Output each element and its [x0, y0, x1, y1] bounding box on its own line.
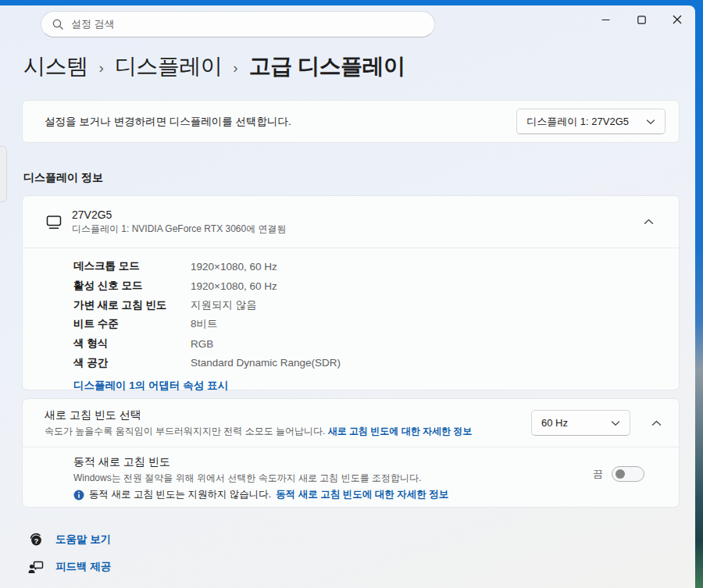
refresh-rate-card: 새로 고침 빈도 선택 속도가 높을수록 움직임이 부드러워지지만 전력 소모도…: [22, 398, 680, 508]
breadcrumb-system[interactable]: 시스템: [23, 52, 88, 81]
dynamic-refresh-note: 동적 새로 고침 빈도는 지원하지 않습니다. 동적 새로 고침 빈도에 대한 …: [73, 488, 593, 501]
refresh-rate-value: 60 Hz: [541, 417, 568, 429]
refresh-rate-learn-more-link[interactable]: 새로 고침 빈도에 대한 자세한 정보: [328, 426, 473, 437]
detail-row-bit-depth: 비트 수준 8비트: [73, 315, 679, 334]
detail-label: 색 형식: [73, 337, 191, 351]
display-info-header-text: 27V2G5 디스플레이 1: NVIDIA GeForce RTX 3060에…: [72, 208, 637, 236]
dynamic-refresh-row: 동적 새로 고침 빈도 Windows는 전원 절약을 위해 위에서 선택한 속…: [23, 447, 679, 501]
display-selector-dropdown[interactable]: 디스플레이 1: 27V2G5: [516, 109, 666, 134]
refresh-rate-select[interactable]: 60 Hz: [531, 410, 630, 436]
display-info-card: 27V2G5 디스플레이 1: NVIDIA GeForce RTX 3060에…: [22, 195, 680, 390]
feedback-item: 피드백 제공: [27, 558, 695, 576]
help-link[interactable]: 도움말 보기: [55, 533, 111, 547]
breadcrumb-display[interactable]: 디스플레이: [115, 52, 223, 81]
detail-label: 색 공간: [73, 356, 191, 370]
page-title: 고급 디스플레이: [249, 52, 405, 81]
titlebar: 설정 검색: [0, 5, 695, 43]
feedback-icon: [27, 558, 45, 576]
detail-label: 비트 수준: [73, 317, 191, 331]
detail-value: 지원되지 않음: [191, 298, 257, 312]
dynamic-refresh-title: 동적 새로 고침 빈도: [73, 455, 593, 469]
display-selector-card: 설정을 보거나 변경하려면 디스플레이를 선택합니다. 디스플레이 1: 27V…: [22, 100, 680, 143]
nav-pane-edge: [0, 146, 7, 202]
window-controls: [587, 5, 695, 34]
refresh-rate-row: 새로 고침 빈도 선택 속도가 높을수록 움직임이 부드러워지지만 전력 소모도…: [23, 399, 679, 447]
dynamic-refresh-note-text: 동적 새로 고침 빈도는 지원하지 않습니다.: [89, 488, 271, 501]
refresh-rate-description: 속도가 높을수록 움직임이 부드러워지지만 전력 소모도 늘어납니다. 새로 고…: [45, 425, 531, 438]
section-title-display-info: 디스플레이 정보: [23, 171, 695, 185]
refresh-rate-description-text: 속도가 높을수록 움직임이 부드러워지지만 전력 소모도 늘어납니다.: [45, 426, 325, 437]
display-info-header[interactable]: 27V2G5 디스플레이 1: NVIDIA GeForce RTX 3060에…: [23, 196, 679, 248]
breadcrumb-separator: ›: [99, 56, 104, 77]
detail-row-color-format: 색 형식 RGB: [73, 334, 679, 354]
chevron-up-icon[interactable]: [637, 219, 660, 225]
svg-text:?: ?: [34, 536, 39, 545]
search-placeholder: 설정 검색: [71, 17, 115, 31]
info-icon: [73, 490, 84, 501]
detail-value: Standard Dynamic Range(SDR): [191, 357, 341, 369]
chevron-up-icon[interactable]: [644, 420, 668, 426]
display-name: 27V2G5: [72, 208, 637, 221]
breadcrumb-separator: ›: [233, 56, 237, 77]
dynamic-refresh-toggle-group: 끔: [593, 466, 644, 482]
close-button[interactable]: [659, 5, 695, 34]
search-input[interactable]: 설정 검색: [41, 11, 435, 37]
detail-row-color-space: 색 공간 Standard Dynamic Range(SDR): [73, 353, 679, 372]
display-selector-label: 설정을 보거나 변경하려면 디스플레이를 선택합니다.: [45, 115, 516, 129]
detail-value: 1920×1080, 60 Hz: [191, 280, 277, 292]
search-icon: [52, 19, 63, 30]
chevron-down-icon: [646, 119, 655, 125]
refresh-rate-text: 새로 고침 빈도 선택 속도가 높을수록 움직임이 부드러워지지만 전력 소모도…: [45, 408, 531, 438]
toggle-knob: [616, 469, 625, 479]
dynamic-refresh-text: 동적 새로 고침 빈도 Windows는 전원 절약을 위해 위에서 선택한 속…: [73, 455, 593, 501]
detail-label: 데스크톱 모드: [73, 259, 191, 273]
display-detail-list: 데스크톱 모드 1920×1080, 60 Hz 활성 신호 모드 1920×1…: [23, 248, 679, 393]
detail-row-vrr: 가변 새로 고침 빈도 지원되지 않음: [73, 295, 679, 315]
detail-row-desktop-mode: 데스크톱 모드 1920×1080, 60 Hz: [73, 257, 679, 276]
display-selector-value: 디스플레이 1: 27V2G5: [526, 115, 629, 129]
breadcrumb: 시스템 › 디스플레이 › 고급 디스플레이: [23, 51, 695, 82]
refresh-rate-title: 새로 고침 빈도 선택: [45, 408, 531, 422]
detail-row-signal-mode: 활성 신호 모드 1920×1080, 60 Hz: [73, 276, 679, 296]
detail-value: 1920×1080, 60 Hz: [191, 261, 277, 273]
minimize-button[interactable]: [587, 5, 623, 34]
feedback-link[interactable]: 피드백 제공: [55, 560, 111, 574]
chevron-down-icon: [611, 420, 620, 426]
dynamic-refresh-learn-more-link[interactable]: 동적 새로 고침 빈도에 대한 자세한 정보: [276, 488, 448, 501]
toggle-state-label: 끔: [593, 467, 603, 481]
help-icon: ?: [27, 531, 45, 548]
detail-value: 8비트: [191, 317, 218, 331]
maximize-button[interactable]: [623, 5, 659, 34]
detail-label: 가변 새로 고침 빈도: [73, 298, 191, 312]
detail-label: 활성 신호 모드: [73, 279, 191, 293]
dynamic-refresh-toggle[interactable]: [612, 466, 644, 482]
help-item: ? 도움말 보기: [27, 531, 695, 548]
monitor-icon: [44, 212, 64, 231]
dynamic-refresh-description: Windows는 전원 절약을 위해 위에서 선택한 속도까지 새로 고침 빈도…: [73, 472, 593, 485]
footer-links: ? 도움말 보기 피드백 제공: [27, 531, 695, 576]
adapter-properties-link[interactable]: 디스플레이 1의 어댑터 속성 표시: [73, 379, 228, 393]
settings-window: 설정 검색 시스템 › 디스플레이 › 고급 디스플레이 설정을 보거나 변경하…: [0, 5, 695, 588]
display-connection: 디스플레이 1: NVIDIA GeForce RTX 3060에 연결됨: [72, 223, 637, 236]
detail-value: RGB: [191, 338, 213, 350]
